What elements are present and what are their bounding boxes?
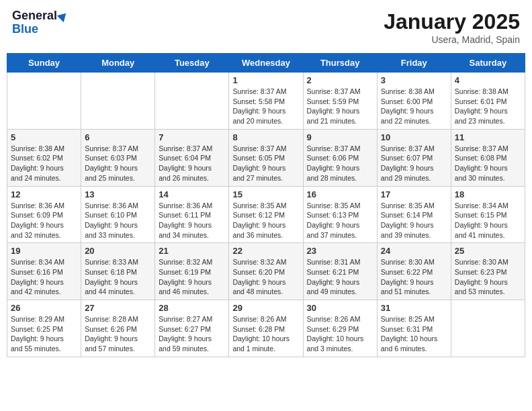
calendar-day-cell: 27Sunrise: 8:28 AM Sunset: 6:26 PM Dayli… [81,300,155,357]
month-title: January 2025 [384,9,520,34]
weekday-header-cell: Thursday [303,54,377,73]
day-number: 12 [11,189,77,199]
calendar-day-cell: 6Sunrise: 8:37 AM Sunset: 6:03 PM Daylig… [81,129,155,186]
day-number: 18 [455,189,521,199]
calendar-day-cell: 5Sunrise: 8:38 AM Sunset: 6:02 PM Daylig… [7,129,81,186]
calendar-day-cell: 24Sunrise: 8:30 AM Sunset: 6:22 PM Dayli… [377,243,451,300]
header: General Blue January 2025 Usera, Madrid,… [7,7,525,48]
day-number: 9 [307,132,373,142]
day-info: Sunrise: 8:29 AM Sunset: 6:25 PM Dayligh… [11,314,77,354]
day-number: 22 [232,246,299,256]
day-info: Sunrise: 8:37 AM Sunset: 6:03 PM Dayligh… [85,144,151,183]
calendar-day-cell: 25Sunrise: 8:30 AM Sunset: 6:23 PM Dayli… [451,243,525,300]
day-info: Sunrise: 8:37 AM Sunset: 6:07 PM Dayligh… [381,144,447,183]
calendar-week-row: 1Sunrise: 8:37 AM Sunset: 5:58 PM Daylig… [7,73,525,130]
calendar-day-cell: 30Sunrise: 8:26 AM Sunset: 6:29 PM Dayli… [303,300,377,357]
day-number: 19 [11,246,77,256]
weekday-header-row: SundayMondayTuesdayWednesdayThursdayFrid… [7,54,525,73]
day-info: Sunrise: 8:37 AM Sunset: 6:08 PM Dayligh… [455,144,521,183]
day-number: 28 [159,303,225,313]
day-number: 16 [307,189,373,199]
calendar: SundayMondayTuesdayWednesdayThursdayFrid… [7,53,525,357]
weekday-header-cell: Sunday [7,54,81,73]
day-info: Sunrise: 8:28 AM Sunset: 6:26 PM Dayligh… [85,314,151,354]
day-info: Sunrise: 8:30 AM Sunset: 6:22 PM Dayligh… [381,257,447,297]
day-number: 8 [232,132,299,142]
day-info: Sunrise: 8:36 AM Sunset: 6:10 PM Dayligh… [85,201,151,240]
day-number: 13 [85,189,151,199]
day-info: Sunrise: 8:35 AM Sunset: 6:14 PM Dayligh… [381,201,447,240]
calendar-day-cell: 2Sunrise: 8:37 AM Sunset: 5:59 PM Daylig… [303,73,377,130]
day-info: Sunrise: 8:31 AM Sunset: 6:21 PM Dayligh… [307,257,373,297]
calendar-day-cell: 10Sunrise: 8:37 AM Sunset: 6:07 PM Dayli… [377,129,451,186]
day-info: Sunrise: 8:32 AM Sunset: 6:20 PM Dayligh… [232,257,299,297]
weekday-header-cell: Saturday [451,54,525,73]
day-number: 30 [307,303,373,313]
day-number: 21 [159,246,225,256]
title-block: January 2025 Usera, Madrid, Spain [384,9,520,45]
location: Usera, Madrid, Spain [384,34,520,45]
calendar-day-cell [451,300,525,357]
calendar-day-cell: 19Sunrise: 8:34 AM Sunset: 6:16 PM Dayli… [7,243,81,300]
day-number: 6 [85,132,151,142]
day-info: Sunrise: 8:32 AM Sunset: 6:19 PM Dayligh… [159,257,225,297]
calendar-week-row: 12Sunrise: 8:36 AM Sunset: 6:09 PM Dayli… [7,186,525,243]
calendar-day-cell: 31Sunrise: 8:25 AM Sunset: 6:31 PM Dayli… [377,300,451,357]
day-info: Sunrise: 8:37 AM Sunset: 5:58 PM Dayligh… [232,87,299,126]
day-info: Sunrise: 8:26 AM Sunset: 6:28 PM Dayligh… [232,314,299,354]
day-info: Sunrise: 8:25 AM Sunset: 6:31 PM Dayligh… [381,314,447,354]
day-info: Sunrise: 8:38 AM Sunset: 6:01 PM Dayligh… [455,87,521,126]
day-number: 14 [159,189,225,199]
calendar-day-cell: 20Sunrise: 8:33 AM Sunset: 6:18 PM Dayli… [81,243,155,300]
day-info: Sunrise: 8:30 AM Sunset: 6:23 PM Dayligh… [455,257,521,297]
day-info: Sunrise: 8:27 AM Sunset: 6:27 PM Dayligh… [159,314,225,354]
day-number: 25 [455,246,521,256]
calendar-day-cell: 3Sunrise: 8:38 AM Sunset: 6:00 PM Daylig… [377,73,451,130]
calendar-day-cell: 9Sunrise: 8:37 AM Sunset: 6:06 PM Daylig… [303,129,377,186]
calendar-day-cell: 22Sunrise: 8:32 AM Sunset: 6:20 PM Dayli… [229,243,303,300]
calendar-day-cell: 4Sunrise: 8:38 AM Sunset: 6:01 PM Daylig… [451,73,525,130]
calendar-day-cell [155,73,229,130]
calendar-day-cell [81,73,155,130]
day-number: 26 [11,303,77,313]
weekday-header-cell: Monday [81,54,155,73]
calendar-day-cell: 1Sunrise: 8:37 AM Sunset: 5:58 PM Daylig… [229,73,303,130]
day-number: 20 [85,246,151,256]
day-number: 24 [381,246,447,256]
calendar-day-cell: 8Sunrise: 8:37 AM Sunset: 6:05 PM Daylig… [229,129,303,186]
weekday-header-cell: Friday [377,54,451,73]
calendar-day-cell: 13Sunrise: 8:36 AM Sunset: 6:10 PM Dayli… [81,186,155,243]
day-info: Sunrise: 8:33 AM Sunset: 6:18 PM Dayligh… [85,257,151,297]
day-info: Sunrise: 8:37 AM Sunset: 6:06 PM Dayligh… [307,144,373,183]
day-info: Sunrise: 8:37 AM Sunset: 6:04 PM Dayligh… [159,144,225,183]
day-number: 17 [381,189,447,199]
weekday-header-cell: Tuesday [155,54,229,73]
day-info: Sunrise: 8:35 AM Sunset: 6:12 PM Dayligh… [232,201,299,240]
calendar-day-cell [7,73,81,130]
day-info: Sunrise: 8:26 AM Sunset: 6:29 PM Dayligh… [307,314,373,354]
calendar-day-cell: 29Sunrise: 8:26 AM Sunset: 6:28 PM Dayli… [229,300,303,357]
calendar-week-row: 26Sunrise: 8:29 AM Sunset: 6:25 PM Dayli… [7,300,525,357]
day-info: Sunrise: 8:38 AM Sunset: 6:00 PM Dayligh… [381,87,447,126]
calendar-day-cell: 11Sunrise: 8:37 AM Sunset: 6:08 PM Dayli… [451,129,525,186]
day-info: Sunrise: 8:36 AM Sunset: 6:09 PM Dayligh… [11,201,77,240]
day-number: 31 [381,303,447,313]
day-number: 15 [232,189,299,199]
logo-general-text: General [12,9,57,23]
day-number: 5 [11,132,77,142]
day-number: 7 [159,132,225,142]
calendar-day-cell: 17Sunrise: 8:35 AM Sunset: 6:14 PM Dayli… [377,186,451,243]
calendar-day-cell: 14Sunrise: 8:36 AM Sunset: 6:11 PM Dayli… [155,186,229,243]
calendar-day-cell: 18Sunrise: 8:34 AM Sunset: 6:15 PM Dayli… [451,186,525,243]
day-info: Sunrise: 8:34 AM Sunset: 6:15 PM Dayligh… [455,201,521,240]
calendar-body: 1Sunrise: 8:37 AM Sunset: 5:58 PM Daylig… [7,73,525,357]
day-number: 10 [381,132,447,142]
day-number: 23 [307,246,373,256]
day-info: Sunrise: 8:35 AM Sunset: 6:13 PM Dayligh… [307,201,373,240]
weekday-header-cell: Wednesday [229,54,303,73]
day-number: 2 [307,75,373,85]
calendar-day-cell: 12Sunrise: 8:36 AM Sunset: 6:09 PM Dayli… [7,186,81,243]
day-number: 27 [85,303,151,313]
calendar-day-cell: 7Sunrise: 8:37 AM Sunset: 6:04 PM Daylig… [155,129,229,186]
day-number: 29 [232,303,299,313]
